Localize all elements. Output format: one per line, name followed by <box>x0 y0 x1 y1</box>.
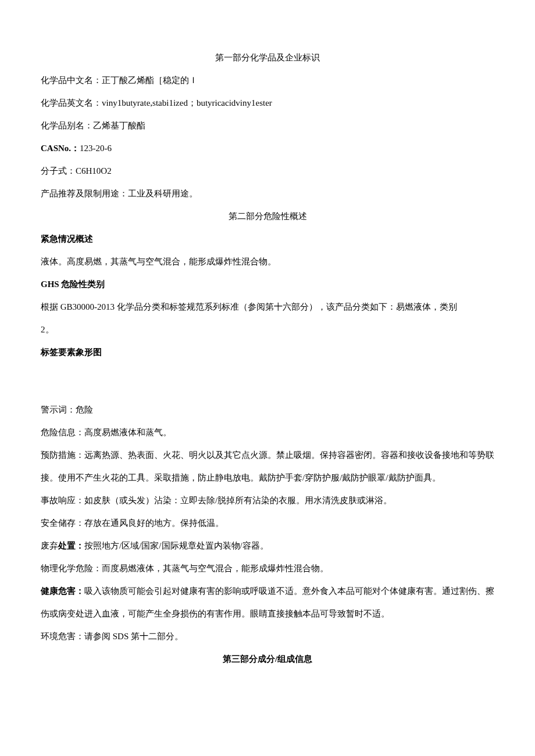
ghs-text-1: 根据 <box>41 302 60 311</box>
ghs-classification-2: 2。 <box>41 318 494 341</box>
alias-label: 化学品别名： <box>41 121 93 130</box>
environment-hazard: 环境危害：请参阅 SDS 第十二部分。 <box>41 625 494 648</box>
ghs-classification: 根据 GB30000-2013 化学品分类和标签规范系列标准（参阅第十六部分），… <box>41 296 494 318</box>
en-name-value: viny1butyrate,stabi1ized；butyricacidviny… <box>102 98 272 108</box>
physchem-hazard: 物理化学危险：而度易燃液体，其蒸气与空气混合，能形成爆炸性混合物。 <box>41 557 494 580</box>
usage-value: 工业及科研用途。 <box>128 189 198 198</box>
env-label: 环境危害： <box>41 632 84 641</box>
chemical-alias: 化学品别名：乙烯基丁酸酯 <box>41 114 494 137</box>
section-1-title: 第一部分化学品及企业标识 <box>41 46 494 69</box>
health-hazard: 健康危害：吸入该物质可能会引起对健康有害的影响或呼吸道不适。意外食入本品可能对个… <box>41 580 494 625</box>
cn-name-label: 化学品中文名： <box>41 76 102 85</box>
disposal-value: 按照地方/区域/国家/国际规章处置内装物/容器。 <box>84 541 269 550</box>
physchem-label: 物理化学危险： <box>41 564 102 573</box>
recommended-use: 产品推荐及限制用途：工业及科研用途。 <box>41 182 494 205</box>
chemical-cn-name: 化学品中文名：正丁酸乙烯酯［稳定的Ｉ <box>41 69 494 92</box>
signal-label: 警示词： <box>41 405 76 414</box>
physchem-value: 而度易燃液体，其蒸气与空气混合，能形成爆炸性混合物。 <box>102 564 329 573</box>
cas-label: CASNo.： <box>41 144 80 153</box>
disposal-statement: 废弃处置：按照地方/区域/国家/国际规章处置内装物/容器。 <box>41 535 494 557</box>
signal-value: 危险 <box>76 405 93 414</box>
hazard-statement: 危险信息：高度易燃液体和蒸气。 <box>41 421 494 444</box>
response-label: 事故响应： <box>41 496 84 505</box>
hazard-value: 高度易燃液体和蒸气。 <box>84 428 172 437</box>
disposal-bold: 处置： <box>58 541 84 550</box>
section-2-title: 第二部分危险性概述 <box>41 205 494 228</box>
ghs-heading-prefix: GHS <box>41 280 59 289</box>
pictogram-heading: 标签要素象形图 <box>41 341 494 364</box>
hazard-label: 危险信息： <box>41 428 84 437</box>
response-statement: 事故响应：如皮肤（或头发）沾染：立即去除/脱掉所有沾染的衣服。用水清洗皮肤或淋浴… <box>41 489 494 512</box>
ghs-text-2: GB30000-2013 <box>60 302 115 311</box>
env-value-1: 请参阅 <box>84 632 113 641</box>
health-label: 健康危害： <box>41 586 84 596</box>
disposal-prefix: 废弃 <box>41 541 58 550</box>
storage-label: 安全储存： <box>41 518 84 528</box>
usage-label: 产品推荐及限制用途： <box>41 189 128 198</box>
cn-name-value: 正丁酸乙烯酯［稳定的Ｉ <box>102 76 198 85</box>
molecular-formula: 分子式：C6H10O2 <box>41 160 494 182</box>
env-value-2: SDS <box>113 632 129 641</box>
prevention-statement: 预防措施：远离热源、热表面、火花、明火以及其它点火源。禁止吸烟。保持容器密闭。容… <box>41 444 494 489</box>
chemical-en-name: 化学品英文名：viny1butyrate,stabi1ized；butyrica… <box>41 92 494 114</box>
health-value: 吸入该物质可能会引起对健康有害的影响或呼吸道不适。意外食入本品可能对个体健康有害… <box>41 586 494 618</box>
prevent-label: 预防措施： <box>41 450 84 460</box>
cas-number: CASNo.：123-20-6 <box>41 137 494 160</box>
storage-value: 存放在通风良好的地方。保持低温。 <box>84 518 224 528</box>
ghs-heading: GHS 危险性类别 <box>41 273 494 296</box>
formula-label: 分子式： <box>41 166 76 175</box>
section-3-title: 第三部分成分/组成信息 <box>41 648 494 671</box>
response-value: 如皮肤（或头发）沾染：立即去除/脱掉所有沾染的衣服。用水清洗皮肤或淋浴。 <box>84 496 392 505</box>
ghs-text-3: 化学品分类和标签规范系列标准（参阅第十六部分），该产品分类如下：易燃液体，类别 <box>115 302 457 311</box>
emergency-heading: 紧急情况概述 <box>41 228 494 250</box>
cas-value: 123-20-6 <box>80 144 112 153</box>
ghs-text-4: 2。 <box>41 325 54 334</box>
prevent-value: 远离热源、热表面、火花、明火以及其它点火源。禁止吸烟。保持容器密闭。容器和接收设… <box>41 450 494 482</box>
storage-statement: 安全储存：存放在通风良好的地方。保持低温。 <box>41 512 494 535</box>
signal-word: 警示词：危险 <box>41 399 494 421</box>
env-value-3: 第十二部分。 <box>129 632 183 641</box>
formula-value: C6H10O2 <box>76 166 112 175</box>
pictogram-placeholder <box>41 364 494 399</box>
emergency-text: 液体。高度易燃，其蒸气与空气混合，能形成爆炸性混合物。 <box>41 250 494 273</box>
alias-value: 乙烯基丁酸酯 <box>93 121 145 130</box>
ghs-heading-rest: 危险性类别 <box>59 280 105 289</box>
en-name-label: 化学品英文名： <box>41 98 102 108</box>
